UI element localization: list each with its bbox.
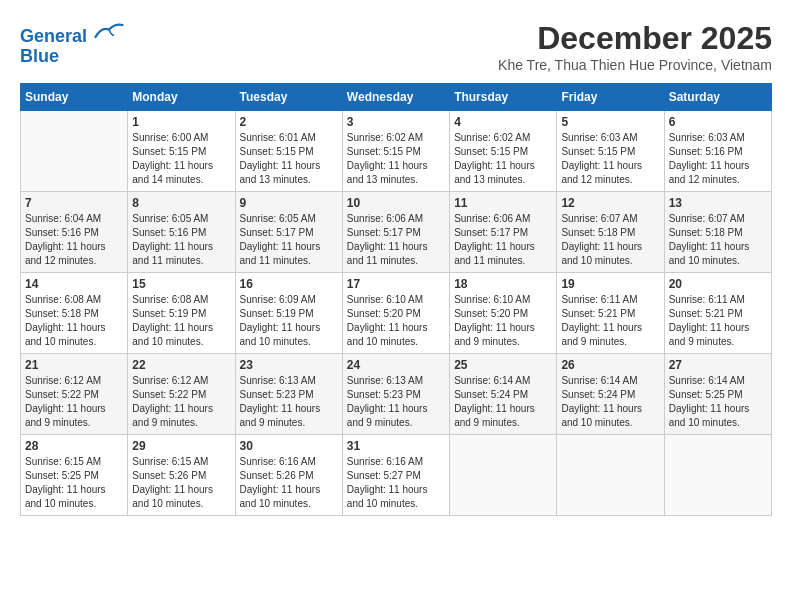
cell-content: Sunrise: 6:13 AMSunset: 5:23 PMDaylight:…	[240, 374, 338, 430]
day-number: 18	[454, 277, 552, 291]
calendar-cell: 20Sunrise: 6:11 AMSunset: 5:21 PMDayligh…	[664, 273, 771, 354]
calendar-cell: 8Sunrise: 6:05 AMSunset: 5:16 PMDaylight…	[128, 192, 235, 273]
calendar-cell: 5Sunrise: 6:03 AMSunset: 5:15 PMDaylight…	[557, 111, 664, 192]
day-number: 22	[132, 358, 230, 372]
cell-content: Sunrise: 6:12 AMSunset: 5:22 PMDaylight:…	[132, 374, 230, 430]
calendar-cell: 3Sunrise: 6:02 AMSunset: 5:15 PMDaylight…	[342, 111, 449, 192]
cell-content: Sunrise: 6:07 AMSunset: 5:18 PMDaylight:…	[669, 212, 767, 268]
day-number: 13	[669, 196, 767, 210]
calendar-cell: 11Sunrise: 6:06 AMSunset: 5:17 PMDayligh…	[450, 192, 557, 273]
cell-content: Sunrise: 6:14 AMSunset: 5:25 PMDaylight:…	[669, 374, 767, 430]
calendar-table: SundayMondayTuesdayWednesdayThursdayFrid…	[20, 83, 772, 516]
cell-content: Sunrise: 6:00 AMSunset: 5:15 PMDaylight:…	[132, 131, 230, 187]
header-friday: Friday	[557, 84, 664, 111]
main-title: December 2025	[498, 20, 772, 57]
day-number: 8	[132, 196, 230, 210]
calendar-cell: 12Sunrise: 6:07 AMSunset: 5:18 PMDayligh…	[557, 192, 664, 273]
cell-content: Sunrise: 6:13 AMSunset: 5:23 PMDaylight:…	[347, 374, 445, 430]
cell-content: Sunrise: 6:09 AMSunset: 5:19 PMDaylight:…	[240, 293, 338, 349]
cell-content: Sunrise: 6:06 AMSunset: 5:17 PMDaylight:…	[454, 212, 552, 268]
header-saturday: Saturday	[664, 84, 771, 111]
calendar-cell	[21, 111, 128, 192]
day-number: 19	[561, 277, 659, 291]
calendar-cell	[557, 435, 664, 516]
header-wednesday: Wednesday	[342, 84, 449, 111]
day-number: 11	[454, 196, 552, 210]
day-number: 5	[561, 115, 659, 129]
day-number: 15	[132, 277, 230, 291]
cell-content: Sunrise: 6:02 AMSunset: 5:15 PMDaylight:…	[347, 131, 445, 187]
day-number: 12	[561, 196, 659, 210]
calendar-cell: 13Sunrise: 6:07 AMSunset: 5:18 PMDayligh…	[664, 192, 771, 273]
calendar-cell: 18Sunrise: 6:10 AMSunset: 5:20 PMDayligh…	[450, 273, 557, 354]
cell-content: Sunrise: 6:02 AMSunset: 5:15 PMDaylight:…	[454, 131, 552, 187]
calendar-cell: 21Sunrise: 6:12 AMSunset: 5:22 PMDayligh…	[21, 354, 128, 435]
week-row-4: 21Sunrise: 6:12 AMSunset: 5:22 PMDayligh…	[21, 354, 772, 435]
cell-content: Sunrise: 6:11 AMSunset: 5:21 PMDaylight:…	[669, 293, 767, 349]
week-row-2: 7Sunrise: 6:04 AMSunset: 5:16 PMDaylight…	[21, 192, 772, 273]
day-number: 14	[25, 277, 123, 291]
day-number: 25	[454, 358, 552, 372]
cell-content: Sunrise: 6:11 AMSunset: 5:21 PMDaylight:…	[561, 293, 659, 349]
cell-content: Sunrise: 6:10 AMSunset: 5:20 PMDaylight:…	[454, 293, 552, 349]
day-number: 1	[132, 115, 230, 129]
day-number: 3	[347, 115, 445, 129]
calendar-cell: 10Sunrise: 6:06 AMSunset: 5:17 PMDayligh…	[342, 192, 449, 273]
week-row-1: 1Sunrise: 6:00 AMSunset: 5:15 PMDaylight…	[21, 111, 772, 192]
day-number: 31	[347, 439, 445, 453]
day-number: 28	[25, 439, 123, 453]
cell-content: Sunrise: 6:08 AMSunset: 5:18 PMDaylight:…	[25, 293, 123, 349]
cell-content: Sunrise: 6:03 AMSunset: 5:15 PMDaylight:…	[561, 131, 659, 187]
header-sunday: Sunday	[21, 84, 128, 111]
title-section: December 2025 Khe Tre, Thua Thien Hue Pr…	[498, 20, 772, 73]
cell-content: Sunrise: 6:01 AMSunset: 5:15 PMDaylight:…	[240, 131, 338, 187]
calendar-cell: 15Sunrise: 6:08 AMSunset: 5:19 PMDayligh…	[128, 273, 235, 354]
cell-content: Sunrise: 6:05 AMSunset: 5:16 PMDaylight:…	[132, 212, 230, 268]
calendar-cell: 28Sunrise: 6:15 AMSunset: 5:25 PMDayligh…	[21, 435, 128, 516]
calendar-cell	[664, 435, 771, 516]
calendar-cell: 1Sunrise: 6:00 AMSunset: 5:15 PMDaylight…	[128, 111, 235, 192]
calendar-cell: 14Sunrise: 6:08 AMSunset: 5:18 PMDayligh…	[21, 273, 128, 354]
week-row-5: 28Sunrise: 6:15 AMSunset: 5:25 PMDayligh…	[21, 435, 772, 516]
calendar-header-row: SundayMondayTuesdayWednesdayThursdayFrid…	[21, 84, 772, 111]
logo-bird-icon	[94, 20, 124, 42]
page-header: General Blue December 2025 Khe Tre, Thua…	[20, 20, 772, 73]
cell-content: Sunrise: 6:07 AMSunset: 5:18 PMDaylight:…	[561, 212, 659, 268]
cell-content: Sunrise: 6:04 AMSunset: 5:16 PMDaylight:…	[25, 212, 123, 268]
cell-content: Sunrise: 6:15 AMSunset: 5:25 PMDaylight:…	[25, 455, 123, 511]
cell-content: Sunrise: 6:03 AMSunset: 5:16 PMDaylight:…	[669, 131, 767, 187]
cell-content: Sunrise: 6:14 AMSunset: 5:24 PMDaylight:…	[454, 374, 552, 430]
day-number: 6	[669, 115, 767, 129]
calendar-cell: 31Sunrise: 6:16 AMSunset: 5:27 PMDayligh…	[342, 435, 449, 516]
subtitle: Khe Tre, Thua Thien Hue Province, Vietna…	[498, 57, 772, 73]
calendar-cell: 26Sunrise: 6:14 AMSunset: 5:24 PMDayligh…	[557, 354, 664, 435]
day-number: 16	[240, 277, 338, 291]
calendar-cell: 17Sunrise: 6:10 AMSunset: 5:20 PMDayligh…	[342, 273, 449, 354]
calendar-cell: 24Sunrise: 6:13 AMSunset: 5:23 PMDayligh…	[342, 354, 449, 435]
calendar-cell: 23Sunrise: 6:13 AMSunset: 5:23 PMDayligh…	[235, 354, 342, 435]
day-number: 29	[132, 439, 230, 453]
day-number: 23	[240, 358, 338, 372]
day-number: 27	[669, 358, 767, 372]
calendar-cell: 25Sunrise: 6:14 AMSunset: 5:24 PMDayligh…	[450, 354, 557, 435]
cell-content: Sunrise: 6:14 AMSunset: 5:24 PMDaylight:…	[561, 374, 659, 430]
week-row-3: 14Sunrise: 6:08 AMSunset: 5:18 PMDayligh…	[21, 273, 772, 354]
logo-text: General	[20, 20, 124, 47]
cell-content: Sunrise: 6:16 AMSunset: 5:26 PMDaylight:…	[240, 455, 338, 511]
calendar-cell: 9Sunrise: 6:05 AMSunset: 5:17 PMDaylight…	[235, 192, 342, 273]
day-number: 24	[347, 358, 445, 372]
calendar-cell: 7Sunrise: 6:04 AMSunset: 5:16 PMDaylight…	[21, 192, 128, 273]
day-number: 10	[347, 196, 445, 210]
day-number: 21	[25, 358, 123, 372]
cell-content: Sunrise: 6:12 AMSunset: 5:22 PMDaylight:…	[25, 374, 123, 430]
day-number: 9	[240, 196, 338, 210]
day-number: 7	[25, 196, 123, 210]
header-monday: Monday	[128, 84, 235, 111]
calendar-cell: 19Sunrise: 6:11 AMSunset: 5:21 PMDayligh…	[557, 273, 664, 354]
calendar-cell: 16Sunrise: 6:09 AMSunset: 5:19 PMDayligh…	[235, 273, 342, 354]
calendar-cell: 29Sunrise: 6:15 AMSunset: 5:26 PMDayligh…	[128, 435, 235, 516]
day-number: 26	[561, 358, 659, 372]
calendar-cell: 22Sunrise: 6:12 AMSunset: 5:22 PMDayligh…	[128, 354, 235, 435]
calendar-cell	[450, 435, 557, 516]
cell-content: Sunrise: 6:16 AMSunset: 5:27 PMDaylight:…	[347, 455, 445, 511]
